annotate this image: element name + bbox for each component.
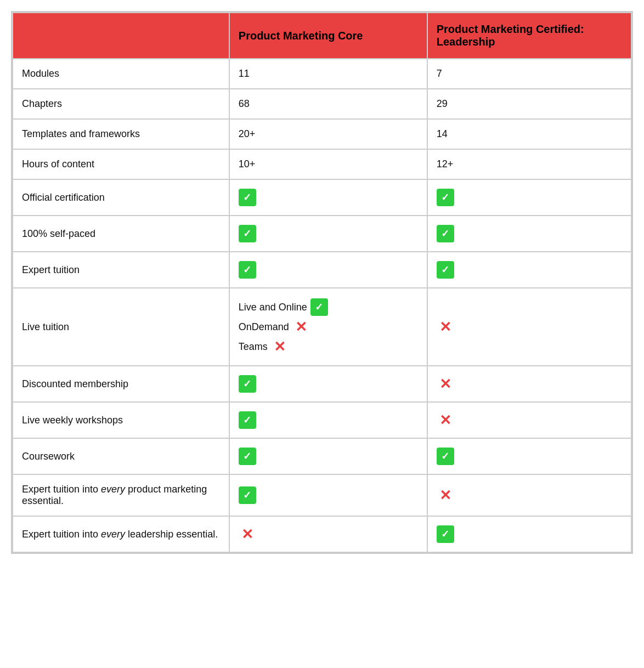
feature-value: 29 [427,89,631,119]
feature-label: Coursework [13,438,229,474]
cross-icon: ✕ [437,486,454,504]
cross-icon: ✕ [292,318,310,336]
feature-value: ✓ [229,366,427,402]
check-icon: ✓ [239,225,256,242]
feature-label: Templates and frameworks [13,119,229,149]
header-feature-col [13,13,229,59]
feature-value: ✓ [229,216,427,252]
feature-value: ✓ [229,438,427,474]
feature-label: Hours of content [13,149,229,179]
cross-icon: ✕ [437,411,454,429]
feature-value: 68 [229,89,427,119]
feature-label: Modules [13,59,229,89]
comparison-table: Product Marketing Core Product Marketing… [11,11,633,554]
feature-label: Official certification [13,179,229,216]
feature-value: ✓ [427,252,631,288]
cross-icon: ✕ [239,525,256,543]
feature-value: 10+ [229,149,427,179]
table-row: Expert tuition into every product market… [13,474,631,516]
feature-value: ✓ [427,516,631,552]
feature-value: ✓ [229,179,427,216]
feature-value: Live and Online ✓OnDemand ✕Teams ✕ [229,288,427,366]
table-row: Expert tuition into every leadership ess… [13,516,631,552]
feature-value: ✓ [229,402,427,438]
check-icon: ✓ [239,411,256,429]
check-icon: ✓ [437,225,454,242]
feature-label: Chapters [13,89,229,119]
check-icon: ✓ [437,189,454,206]
table-row: Chapters6829 [13,89,631,119]
ondemand-item: OnDemand ✕ [239,317,418,337]
check-icon: ✓ [239,375,256,393]
feature-value: ✓ [427,438,631,474]
table-row: Hours of content10+12+ [13,149,631,179]
feature-value: ✓ [427,179,631,216]
feature-value: ✓ [427,216,631,252]
table-row: Live tuitionLive and Online ✓OnDemand ✕T… [13,288,631,366]
table-row: Templates and frameworks20+14 [13,119,631,149]
table-row: 100% self-paced✓✓ [13,216,631,252]
feature-value: ✕ [427,366,631,402]
table-row: Coursework✓✓ [13,438,631,474]
check-icon: ✓ [437,261,454,279]
feature-label: 100% self-paced [13,216,229,252]
feature-value: 12+ [427,149,631,179]
check-icon: ✓ [437,525,454,543]
table-row: Live weekly workshops✓✕ [13,402,631,438]
check-icon: ✓ [239,261,256,279]
feature-label: Expert tuition into every leadership ess… [13,516,229,552]
feature-value: ✓ [229,474,427,516]
feature-label: Expert tuition into every product market… [13,474,229,516]
header-core-col: Product Marketing Core [229,13,427,59]
feature-value: ✕ [427,288,631,366]
check-icon: ✓ [239,448,256,465]
feature-value: 11 [229,59,427,89]
cross-icon: ✕ [437,375,454,393]
table-row: Discounted membership✓✕ [13,366,631,402]
table-row: Modules117 [13,59,631,89]
check-icon: ✓ [310,298,328,316]
feature-value: ✕ [229,516,427,552]
feature-value: ✕ [427,474,631,516]
header-leadership-col: Product Marketing Certified: Leadership [427,13,631,59]
feature-label: Discounted membership [13,366,229,402]
table-row: Official certification✓✓ [13,179,631,216]
live-online-item: Live and Online ✓ [239,297,418,317]
cross-icon: ✕ [437,318,454,336]
table-row: Expert tuition✓✓ [13,252,631,288]
cross-icon: ✕ [271,338,289,355]
feature-label: Live tuition [13,288,229,366]
feature-value: 20+ [229,119,427,149]
feature-value: 7 [427,59,631,89]
teams-item: Teams ✕ [239,337,418,356]
feature-label: Live weekly workshops [13,402,229,438]
table-header-row: Product Marketing Core Product Marketing… [13,13,631,59]
check-icon: ✓ [437,448,454,465]
check-icon: ✓ [239,486,256,504]
feature-label: Expert tuition [13,252,229,288]
feature-value: 14 [427,119,631,149]
check-icon: ✓ [239,189,256,206]
feature-value: ✕ [427,402,631,438]
feature-value: ✓ [229,252,427,288]
